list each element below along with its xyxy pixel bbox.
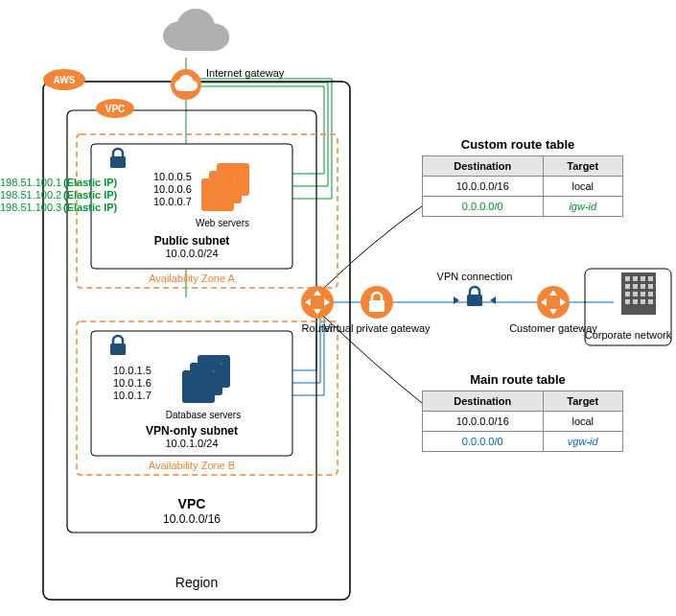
region-label: Region xyxy=(175,575,218,590)
svg-rect-46 xyxy=(641,284,645,289)
svg-rect-47 xyxy=(648,284,653,289)
svg-rect-55 xyxy=(648,299,653,304)
vgw-icon xyxy=(361,286,393,319)
vgw-label: Virtual private gateway xyxy=(323,322,431,334)
privsub-cidr: 10.0.1.0/24 xyxy=(165,438,218,449)
svg-rect-40 xyxy=(625,276,630,281)
svg-rect-48 xyxy=(625,292,630,296)
vpc-badge: VPC xyxy=(96,99,134,118)
svg-rect-37 xyxy=(467,295,482,306)
crt-title: Custom route table xyxy=(461,137,574,152)
svg-rect-27 xyxy=(201,178,234,211)
svg-rect-44 xyxy=(625,284,630,289)
svg-rect-45 xyxy=(633,284,638,289)
aws-badge: AWS xyxy=(43,69,85,90)
az-b-label: Availability Zone B xyxy=(149,460,235,471)
vpn-label: VPN connection xyxy=(437,271,513,282)
col-tgt: Target xyxy=(543,156,622,177)
web-label: Web servers xyxy=(196,218,249,228)
pubsub-cidr: 10.0.0.0/24 xyxy=(165,248,218,259)
az-a-label: Availability Zone A xyxy=(149,272,235,284)
svg-rect-33 xyxy=(182,370,215,403)
svg-rect-42 xyxy=(641,276,645,281)
svg-rect-22 xyxy=(110,156,126,168)
col-tgt: Target xyxy=(543,391,622,412)
webip-2: 10.0.0.7 xyxy=(153,196,192,207)
svg-rect-41 xyxy=(633,276,638,281)
building-icon xyxy=(621,272,656,315)
vpn-icon xyxy=(454,287,496,306)
dbip-2: 10.0.1.7 xyxy=(113,390,152,401)
mrt-title: Main route table xyxy=(470,372,566,387)
svg-text:AWS: AWS xyxy=(54,75,76,85)
vpc-cidr: 10.0.0.0/16 xyxy=(163,512,221,526)
svg-rect-53 xyxy=(633,299,638,304)
eip-2-tag: (Elastic IP) xyxy=(63,201,118,213)
db-label: Database servers xyxy=(166,410,241,420)
col-dest: Destination xyxy=(423,156,544,177)
vpc-title: VPC xyxy=(178,496,206,511)
internet-gateway-icon xyxy=(171,69,201,100)
webip-0: 10.0.0.5 xyxy=(153,171,192,182)
svg-rect-43 xyxy=(648,276,653,281)
router-icon xyxy=(301,286,334,319)
svg-rect-51 xyxy=(648,292,653,296)
eip-1-ip: 198.51.100.2 xyxy=(0,189,61,201)
svg-rect-36 xyxy=(369,300,385,312)
custom-route-table: DestinationTarget 10.0.0.0/16local 0.0.0… xyxy=(422,155,623,217)
svg-rect-28 xyxy=(110,344,126,355)
privsub-label: VPN-only subnet xyxy=(146,424,238,438)
svg-rect-49 xyxy=(633,292,638,296)
cloud-icon xyxy=(163,9,229,51)
table-row: 0.0.0.0/0vgw-id xyxy=(423,432,623,452)
dbip-1: 10.0.1.6 xyxy=(113,377,152,389)
corpnet-label: Corporate network xyxy=(585,329,672,341)
eip-0-ip: 198.51.100.1 xyxy=(0,177,61,188)
webip-1: 10.0.0.6 xyxy=(153,183,192,195)
eip-0-tag: (Elastic IP) xyxy=(63,177,118,188)
eip-2-ip: 198.51.100.3 xyxy=(0,201,61,213)
dbip-0: 10.0.1.5 xyxy=(113,365,152,376)
cgw-icon xyxy=(537,286,570,319)
pubsub-label: Public subnet xyxy=(154,234,230,248)
table-row: 0.0.0.0/0igw-id xyxy=(423,197,623,217)
table-row: 10.0.0.0/16local xyxy=(423,177,623,197)
svg-text:VPC: VPC xyxy=(105,104,126,114)
table-row: 10.0.0.0/16local xyxy=(423,412,623,432)
main-route-table: DestinationTarget 10.0.0.0/16local 0.0.0… xyxy=(422,391,623,452)
eip-1-tag: (Elastic IP) xyxy=(63,189,118,201)
svg-rect-50 xyxy=(641,292,645,296)
col-dest: Destination xyxy=(423,391,544,412)
svg-rect-54 xyxy=(641,299,645,304)
igw-label: Internet gateway xyxy=(206,67,285,79)
svg-rect-52 xyxy=(625,299,630,304)
